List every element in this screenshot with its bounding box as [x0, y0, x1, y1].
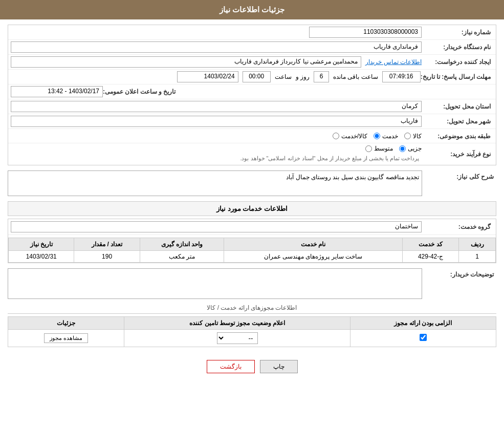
tabaqe-kala-khadamat-option[interactable]: کالا/خدمت	[333, 133, 367, 140]
cell-radif: 1	[459, 251, 496, 263]
services-table-row: 1 ج-42-429 ساخت سایر پروژه‌های مهندسی عم…	[9, 251, 496, 263]
tabaqe-kala-khadamat-label: کالا/خدمت	[341, 133, 367, 140]
shahr-label: شهر محل تحویل:	[422, 118, 493, 125]
noe-jozi-option[interactable]: جزیی	[399, 145, 422, 152]
main-content: شماره نیاز: 1103030308000003 نام دستگاه …	[0, 19, 504, 386]
noe-mottaset-radio[interactable]	[365, 145, 372, 152]
services-table: ردیف کد خدمت نام خدمت واحد اندازه گیری ت…	[8, 238, 496, 263]
permits-table-row: -- مشاهده مجوز	[8, 330, 496, 347]
tabaqe-row: طبقه بندی موضوعی: کالا خدمت کالا/خدمت	[8, 129, 496, 143]
permit-col-status: اعلام وضعیت مجوز توسط تامین کننده	[124, 317, 350, 330]
nam-dastgah-label: نام دستگاه خریدار:	[422, 44, 493, 51]
back-button[interactable]: بازگشت	[207, 360, 255, 373]
tabaqe-kala-khadamat-radio[interactable]	[333, 133, 339, 139]
tarikh-label: تاریخ و ساعت اعلان عمومی:	[103, 88, 178, 95]
cell-kod: ج-42-429	[402, 251, 459, 263]
tabaqe-khadamat-option[interactable]: خدمت	[374, 133, 398, 140]
permits-table: الزامی بودن ارائه مجوز اعلام وضعیت مجوز …	[8, 316, 496, 347]
tabaqe-label: طبقه بندی موضوعی:	[422, 133, 493, 140]
mohlat-time-label: ساعت	[275, 73, 292, 80]
shahr-value: فاریاب	[11, 116, 422, 127]
permit-status-select[interactable]: --	[217, 332, 258, 344]
ostan-row: استان محل تحویل: کرمان	[8, 99, 496, 114]
tarikh-row: تاریخ و ساعت اعلان عمومی: 1403/02/17 - 1…	[8, 84, 496, 99]
print-button[interactable]: چاپ	[260, 360, 298, 373]
shomare-niaz-value: 1103030308000003	[309, 27, 422, 38]
grohe-row: گروه خدمت: ساختمان	[8, 219, 496, 235]
mohlat-remaining-label: ساعت باقی مانده	[333, 73, 378, 80]
shomare-niaz-label: شماره نیاز:	[422, 29, 493, 36]
mohlat-time: 00:00	[243, 71, 271, 82]
noe-note: پرداخت تمام یا بخشی از مبلغ خریدار از مح…	[11, 154, 422, 163]
mohlat-remaining: 07:49:16	[382, 71, 421, 82]
services-section: گروه خدمت: ساختمان ردیف کد خدمت نام خدمت…	[8, 219, 496, 263]
permit-col-details: جزئیات	[8, 317, 124, 330]
tabaqe-kala-option[interactable]: کالا	[404, 133, 422, 140]
col-name: نام خدمت	[224, 238, 403, 251]
shomare-niaz-row: شماره نیاز: 1103030308000003	[8, 25, 496, 40]
mohlat-roz: 6	[314, 71, 329, 82]
mohlat-date: 1403/02/24	[177, 71, 238, 82]
ejad-konande-label: ایجاد کننده درخواست:	[422, 58, 493, 66]
mohlat-roz-label: روز و	[296, 73, 310, 80]
tabaqe-radio-group: کالا خدمت کالا/خدمت	[333, 133, 422, 140]
tabaqe-kala-radio[interactable]	[404, 133, 411, 139]
col-radif: ردیف	[459, 238, 496, 251]
ostan-value: کرمان	[11, 101, 422, 112]
description-label: توضیحات خریدار:	[425, 268, 496, 278]
nam-dastgah-row: نام دستگاه خریدار: فرمانداری فاریاب	[8, 40, 496, 55]
permits-title: اطلاعات مجوزهای ارائه خدمت / کالا	[8, 304, 496, 314]
col-tedad: تعداد / مقدار	[74, 238, 140, 251]
shahr-row: شهر محل تحویل: فاریاب	[8, 114, 496, 129]
permit-col-elzami: الزامی بودن ارائه مجوز	[350, 317, 496, 330]
footer-buttons: چاپ بازگشت	[8, 352, 496, 381]
description-section: توضیحات خریدار:	[8, 268, 496, 299]
cell-name: ساخت سایر پروژه‌های مهندسی عمران	[224, 251, 403, 263]
col-tarikh: تاریخ نیاز	[9, 238, 74, 251]
tabaqe-khadamat-label: خدمت	[382, 133, 398, 140]
description-content	[8, 268, 422, 299]
permit-cell-details: مشاهده مجوز	[8, 330, 124, 347]
tabaqe-kala-label: کالا	[413, 133, 422, 140]
tabaqe-khadamat-radio[interactable]	[374, 133, 380, 139]
description-value	[8, 268, 422, 299]
tarikh-value: 1403/02/17 - 13:42	[11, 86, 103, 97]
ejad-konande-row: ایجاد کننده درخواست: اطلاعات تماس خریدار…	[8, 55, 496, 70]
permit-cell-elzami	[350, 330, 496, 347]
noe-label: نوع فرآیند خرید:	[422, 151, 493, 158]
col-kod: کد خدمت	[402, 238, 459, 251]
sharh-section: شرح کلی نیاز: تجدید مناقصه گابیون بندی س…	[8, 170, 496, 196]
main-info-section: شماره نیاز: 1103030308000003 نام دستگاه …	[8, 25, 496, 165]
services-section-title: اطلاعات خدمات مورد نیاز	[8, 201, 496, 216]
sharh-label: شرح کلی نیاز:	[425, 170, 496, 180]
grohe-value: ساختمان	[11, 221, 422, 232]
noe-row: نوع فرآیند خرید: جزیی متوسط پرداخت تمام …	[8, 143, 496, 165]
col-vahed: واحد اندازه گیری	[140, 238, 224, 251]
sharh-content: تجدید مناقصه گابیون بندی سیل بند روستای …	[8, 170, 422, 196]
permit-cell-status: --	[124, 330, 350, 347]
page-wrapper: جزئیات اطلاعات نیاز شماره نیاز: 11030303…	[0, 0, 504, 448]
noe-radio-group: جزیی متوسط	[11, 145, 422, 152]
ejad-konande-value: محمدامین مرعشی نیا کاربرداز فرمانداری فا…	[11, 56, 361, 68]
page-header: جزئیات اطلاعات نیاز	[0, 0, 504, 19]
noe-mottaset-label: متوسط	[374, 145, 393, 152]
mohlat-label: مهلت ارسال پاسخ: تا تاریخ:	[421, 73, 493, 80]
mohlat-row: مهلت ارسال پاسخ: تا تاریخ: 07:49:16 ساعت…	[8, 70, 496, 84]
cell-vahed: متر مکعب	[140, 251, 224, 263]
ejad-konande-link[interactable]: اطلاعات تماس خریدار	[365, 58, 422, 66]
permit-checkbox[interactable]	[420, 334, 427, 341]
cell-tedad: 190	[74, 251, 140, 263]
ostan-label: استان محل تحویل:	[422, 103, 493, 110]
page-title: جزئیات اطلاعات نیاز	[220, 5, 284, 14]
cell-tarikh: 1403/02/31	[9, 251, 74, 263]
noe-jozi-radio[interactable]	[399, 145, 406, 152]
noe-mottaset-option[interactable]: متوسط	[365, 145, 393, 152]
grohe-label: گروه خدمت:	[422, 223, 493, 230]
sharh-value: تجدید مناقصه گابیون بندی سیل بند روستای …	[8, 170, 422, 196]
noe-jozi-label: جزیی	[408, 145, 422, 152]
nam-dastgah-value: فرمانداری فاریاب	[11, 41, 422, 53]
view-permit-button[interactable]: مشاهده مجوز	[44, 333, 88, 343]
